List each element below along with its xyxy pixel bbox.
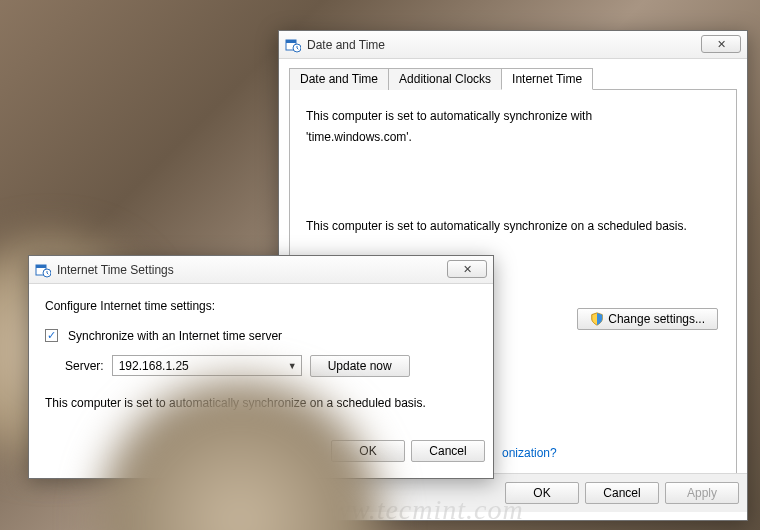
sync-checkbox[interactable]: [45, 329, 58, 342]
apply-button[interactable]: Apply: [665, 482, 739, 504]
chevron-down-icon: ▼: [288, 361, 297, 371]
server-value: 192.168.1.25: [119, 359, 189, 373]
tab-internet-time[interactable]: Internet Time: [501, 68, 593, 90]
change-settings-label: Change settings...: [608, 312, 705, 326]
ok-button[interactable]: OK: [331, 440, 405, 462]
sync-target-text: This computer is set to automatically sy…: [306, 108, 720, 125]
change-settings-wrap: Change settings...: [577, 308, 718, 330]
svg-rect-4: [36, 265, 46, 268]
tab-date-and-time[interactable]: Date and Time: [289, 68, 389, 90]
scheduled-text: This computer is set to automatically sy…: [306, 218, 720, 235]
titlebar[interactable]: Date and Time ✕: [279, 31, 747, 59]
cancel-button[interactable]: Cancel: [585, 482, 659, 504]
titlebar[interactable]: Internet Time Settings ✕: [29, 256, 493, 284]
intro-text: Configure Internet time settings:: [45, 298, 477, 315]
close-button[interactable]: ✕: [447, 260, 487, 278]
scheduled-text: This computer is set to automatically sy…: [45, 395, 477, 412]
internet-time-settings-dialog: Internet Time Settings ✕ Configure Inter…: [28, 255, 494, 479]
sync-checkbox-label: Synchronize with an Internet time server: [68, 329, 282, 343]
calendar-clock-icon: [285, 37, 301, 53]
sync-checkbox-row: Synchronize with an Internet time server: [45, 329, 477, 343]
window-title: Date and Time: [307, 38, 385, 52]
calendar-clock-icon: [35, 262, 51, 278]
update-now-button[interactable]: Update now: [310, 355, 410, 377]
sync-target-value: 'time.windows.com'.: [306, 129, 720, 146]
shield-icon: [590, 312, 604, 326]
tab-additional-clocks[interactable]: Additional Clocks: [388, 68, 502, 90]
dialog-title: Internet Time Settings: [57, 263, 174, 277]
change-settings-button[interactable]: Change settings...: [577, 308, 718, 330]
tabstrip: Date and Time Additional Clocks Internet…: [289, 67, 737, 90]
server-row: Server: 192.168.1.25 ▼ Update now: [65, 355, 477, 377]
server-combobox[interactable]: 192.168.1.25 ▼: [112, 355, 302, 376]
close-button[interactable]: ✕: [701, 35, 741, 53]
cancel-button[interactable]: Cancel: [411, 440, 485, 462]
dialog-buttons: OK Cancel: [29, 432, 493, 470]
dialog-buttons: OK Cancel Apply: [279, 473, 747, 512]
server-label: Server:: [65, 359, 104, 373]
help-link-fragment[interactable]: onization?: [500, 446, 557, 460]
ok-button[interactable]: OK: [505, 482, 579, 504]
close-icon: ✕: [463, 263, 472, 276]
close-icon: ✕: [717, 38, 726, 51]
svg-rect-1: [286, 40, 296, 43]
